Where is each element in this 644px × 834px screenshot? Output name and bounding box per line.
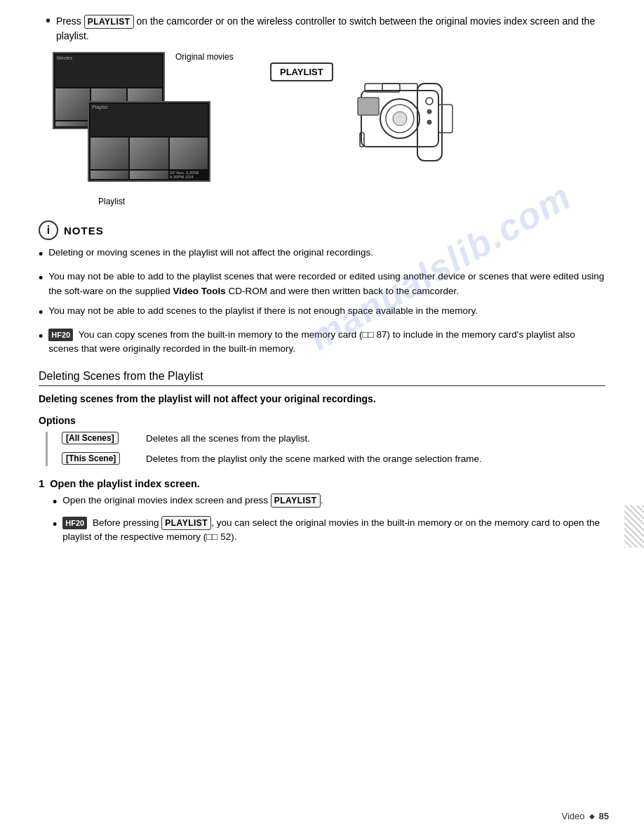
notes-header: i NOTES: [39, 220, 605, 240]
camcorder-area: PLAYLIST: [263, 52, 459, 206]
screen-header-bar: Movies: [55, 55, 162, 87]
option-row-this-scene: [This Scene] Deletes from the playlist o…: [62, 452, 605, 466]
step-section: 1 Open the playlist index screen. • Open…: [39, 477, 605, 545]
options-block: [All Scenes] Deletes all the scenes from…: [46, 432, 605, 466]
svg-rect-12: [438, 105, 452, 133]
info-icon: i: [39, 220, 58, 240]
post-button-text: on the camcorder or on the wireless cont…: [56, 15, 595, 41]
step-title-1: Open the playlist index screen.: [50, 478, 200, 489]
side-pattern: [624, 505, 644, 548]
video-tools-bold: Video Tools: [173, 286, 225, 296]
step-1-bullet-1-text: Open the original movies index screen an…: [62, 494, 323, 508]
bullet-dot-3: •: [39, 303, 43, 322]
screen-images-container: Original movies Movies SP Nov. 3... Play…: [53, 52, 235, 206]
svg-rect-6: [358, 98, 379, 115]
notes-bullet-4-content: HF20 You can copy scenes from the built-…: [48, 328, 605, 357]
hf20-badge-notes: HF20: [48, 329, 73, 342]
all-scenes-badge: [All Scenes]: [62, 432, 119, 444]
pl-thumb-1: [90, 138, 128, 170]
pl-thumb-2: [130, 138, 168, 170]
pl-sp-label: SP Nov. 3,2009 9:20PM 2/24: [170, 171, 208, 179]
images-section: Original movies Movies SP Nov. 3... Play…: [53, 52, 605, 206]
all-scenes-desc: Deletes all the scenes from the playlist…: [146, 432, 310, 446]
top-bullet: • Press PLAYLIST on the camcorder or on …: [39, 14, 605, 44]
playlist-badge-step1b: PLAYLIST: [161, 516, 211, 530]
svg-point-8: [426, 98, 433, 105]
pl-thumb-3: [170, 138, 208, 170]
page-footer: Video ◆ 85: [562, 811, 609, 821]
notes-bullet-4: • HF20 You can copy scenes from the buil…: [39, 328, 605, 357]
all-scenes-key: [All Scenes]: [62, 432, 146, 444]
this-scene-badge: [This Scene]: [62, 452, 120, 465]
playlist-screen-header: Playlist: [90, 104, 208, 136]
svg-point-9: [427, 110, 431, 114]
screen-header-text: Movies: [57, 55, 72, 86]
notes-bullet-1: • Deleting or moving scenes in the playl…: [39, 246, 605, 264]
playlist-label: Playlist: [98, 197, 125, 206]
step-1-header: 1 Open the playlist index screen.: [39, 477, 605, 489]
top-bullet-text: Press PLAYLIST on the camcorder or on th…: [56, 14, 605, 44]
original-movies-label: Original movies: [175, 52, 234, 62]
step-num-1: 1: [39, 477, 44, 489]
playlist-badge-step1: PLAYLIST: [271, 494, 321, 508]
step-bullet-dot-1: •: [53, 493, 57, 512]
page: manualslib.com • Press PLAYLIST on the c…: [0, 0, 644, 834]
step-bullet-dot-2: •: [53, 515, 57, 534]
playlist-screen: Playlist SP Nov. 3,2009 9:20PM 2/24: [88, 101, 210, 182]
notes-section: i NOTES • Deleting or moving scenes in t…: [39, 220, 605, 356]
playlist-header-text: Playlist: [92, 105, 107, 135]
bullet-dot-4: •: [39, 327, 43, 346]
camcorder-illustration: [347, 62, 459, 203]
bullet-dot-2: •: [39, 269, 43, 288]
footer-diamond: ◆: [589, 812, 595, 820]
svg-point-4: [393, 112, 407, 126]
step-1-bullet-1: • Open the original movies index screen …: [53, 494, 605, 512]
footer-content: Video ◆ 85: [562, 811, 609, 821]
bullet-icon: •: [46, 13, 51, 29]
svg-point-10: [427, 120, 431, 124]
hf20-badge-step1: HF20: [62, 517, 87, 530]
notes-bullet-1-text: Deleting or moving scenes in the playlis…: [48, 246, 373, 260]
notes-bullets-list: • Deleting or moving scenes in the playl…: [39, 246, 605, 356]
camcorder-svg: [347, 62, 459, 199]
info-i: i: [47, 224, 50, 237]
pl-thumb-5: [130, 171, 168, 179]
this-scene-desc: Deletes from the playlist only the scene…: [146, 452, 482, 466]
footer-text: Video: [562, 811, 585, 821]
thumb-1: [55, 88, 90, 121]
pl-thumb-4: [90, 171, 128, 179]
option-row-all-scenes: [All Scenes] Deletes all the scenes from…: [62, 432, 605, 446]
section-heading: Deleting Scenes from the Playlist: [39, 370, 605, 386]
page-number: 85: [599, 811, 609, 821]
playlist-callout-badge: PLAYLIST: [270, 62, 333, 81]
notes-bullet-2-text: You may not be able to add to the playli…: [48, 270, 605, 298]
notes-bullet-3-text: You may not be able to add scenes to the…: [48, 304, 478, 318]
step-1-bullets: • Open the original movies index screen …: [39, 494, 605, 545]
this-scene-key: [This Scene]: [62, 452, 146, 465]
options-title: Options: [39, 415, 605, 426]
playlist-button-badge: PLAYLIST: [84, 15, 134, 29]
callout-arrow: [270, 83, 312, 104]
notes-bullet-3: • You may not be able to add scenes to t…: [39, 304, 605, 322]
step-1-bullet-2: • HF20 Before pressing PLAYLIST, you can…: [53, 516, 605, 545]
step-1-bullet-2-text: HF20 Before pressing PLAYLIST, you can s…: [62, 516, 605, 545]
bold-intro: Deleting scenes from the playlist will n…: [39, 392, 605, 406]
press-text: Press: [56, 15, 81, 27]
playlist-callout: PLAYLIST: [270, 62, 333, 104]
bullet-dot-1: •: [39, 245, 43, 264]
notes-bullet-2: • You may not be able to add to the play…: [39, 270, 605, 298]
thumb-4: [55, 121, 90, 126]
notes-title: NOTES: [64, 225, 104, 237]
